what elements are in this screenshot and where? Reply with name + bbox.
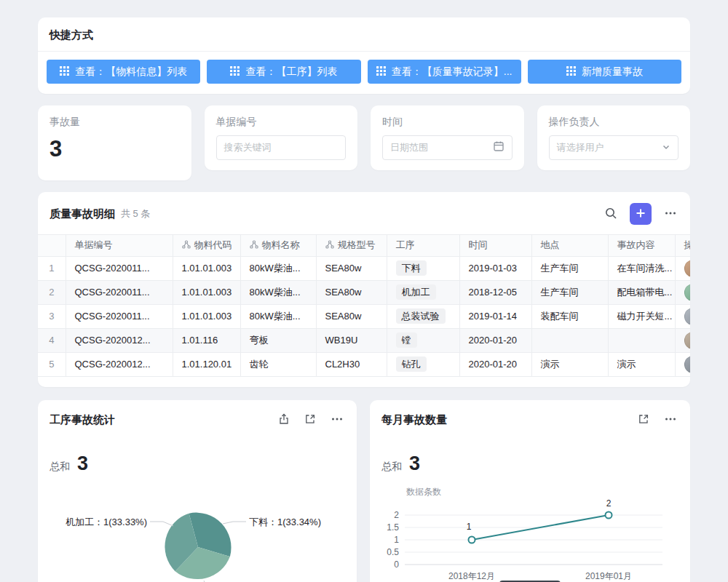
shortcut-button-label: 新增质量事故: [582, 65, 643, 79]
table-row[interactable]: 3 QCSG-2020011... 1.01.01.003 80kW柴油... …: [38, 304, 690, 328]
cell-spec: SEA80w: [316, 280, 387, 304]
shortcut-view-accident-records-button[interactable]: 查看：【质量事故记录】...: [368, 60, 521, 84]
cell-place: [531, 328, 608, 352]
shortcut-new-accident-button[interactable]: 新增质量事故: [528, 60, 681, 84]
pie-leader-line: [150, 522, 173, 526]
more-icon: [331, 412, 344, 428]
cell-owner: [675, 328, 690, 352]
x-tick: 2019年01月: [585, 571, 632, 581]
avatar: [684, 284, 691, 301]
process-tag: 镗: [396, 332, 417, 348]
cell-process: 钻孔: [387, 352, 459, 376]
cell-time: 2020-01-20: [459, 352, 531, 376]
row-index: 4: [38, 328, 66, 352]
process-tag: 机加工: [396, 284, 436, 300]
monthly-line-chart: 数据条数 2 1.5 1 0.5 0 1 2 2018年12月 2019年01月: [370, 486, 690, 582]
pie-card-actions: [277, 411, 345, 429]
accident-table: 单据编号 物料代码 物料名称 规格型号 工序 时间 地点 事故内容 操作负责人 …: [38, 235, 690, 377]
col-place: 地点: [531, 235, 608, 256]
y-tick: 2: [394, 510, 399, 520]
accident-count-card: 事故量 3: [38, 105, 191, 180]
more-button[interactable]: [662, 411, 678, 429]
cell-doc: QCSG-2020011...: [66, 280, 173, 304]
expand-button[interactable]: [636, 412, 651, 428]
x-tick: 2018年12月: [448, 571, 495, 581]
shortcut-button-label: 查看：【工序】列表: [245, 65, 337, 79]
cell-place: 生产车间: [531, 256, 608, 280]
data-point[interactable]: [469, 536, 475, 543]
doc-number-search-input[interactable]: 搜索关键词: [216, 135, 347, 160]
cell-process: 机加工: [387, 280, 459, 304]
date-range-input[interactable]: 日期范围: [382, 135, 513, 160]
pie-total: 总和 3: [50, 453, 345, 475]
cell-name: 80kW柴油...: [240, 280, 316, 304]
cell-content: 配电箱带电...: [608, 280, 675, 304]
table-row[interactable]: 2 QCSG-2020011... 1.01.01.003 80kW柴油... …: [38, 280, 690, 304]
process-statistics-card: 工序事故统计 总和 3 机加工：1(3: [38, 400, 357, 582]
pie-leader-line: [223, 522, 246, 524]
table-row[interactable]: 5 QCSG-2020012... 1.01.120.01 齿轮 CL2H30 …: [38, 352, 690, 376]
cell-spec: SEA80w: [316, 256, 387, 280]
row-index: 1: [38, 256, 66, 280]
grid-icon: [60, 66, 69, 78]
total-value: 3: [77, 453, 88, 475]
cell-doc: QCSG-2020012...: [66, 328, 173, 352]
user-select[interactable]: 请选择用户: [549, 135, 679, 160]
line-chart-title: 每月事故数量: [381, 413, 447, 427]
line-card-header: 每月事故数量: [381, 411, 678, 429]
line-total: 总和 3: [381, 453, 678, 475]
point-label: 1: [467, 522, 472, 532]
expand-button[interactable]: [303, 412, 317, 428]
y-tick: 1.5: [387, 522, 399, 533]
process-tag: 总装试验: [396, 308, 446, 324]
shortcut-button-label: 查看：【物料信息】列表: [75, 65, 187, 79]
table-row-count: 共 5 条: [121, 207, 150, 220]
series-label: 数据条数: [406, 487, 441, 497]
table-header-row: 单据编号 物料代码 物料名称 规格型号 工序 时间 地点 事故内容 操作负责人: [38, 235, 690, 256]
col-material-code: 物料代码: [173, 235, 240, 256]
shortcut-view-material-list-button[interactable]: 查看：【物料信息】列表: [47, 60, 200, 84]
cell-doc: QCSG-2020012...: [66, 352, 173, 376]
shortcuts-card: 快捷方式 查看：【物料信息】列表 查看：【工序】列表 查看：【质量事故记录】..…: [38, 17, 690, 94]
y-tick: 0.5: [387, 547, 399, 557]
cell-spec: SEA80w: [316, 304, 387, 328]
relation-icon: [250, 240, 258, 251]
add-record-button[interactable]: [630, 203, 652, 225]
table-row[interactable]: 4 QCSG-2020012... 1.01.116 弯板 WB19U 镗 20…: [38, 328, 690, 352]
row-index: 3: [38, 304, 66, 328]
col-doc-number: 单据编号: [66, 235, 173, 256]
cell-process: 下料: [387, 256, 459, 280]
cell-time: 2019-01-14: [459, 304, 531, 328]
cell-process: 总装试验: [387, 304, 459, 328]
shortcut-view-process-list-button[interactable]: 查看：【工序】列表: [207, 60, 360, 84]
doc-number-filter-card: 单据编号 搜索关键词: [205, 105, 358, 170]
operator-filter-card: 操作负责人 请选择用户: [537, 105, 691, 170]
cell-name: 弯板: [240, 328, 316, 352]
total-label: 总和: [50, 461, 70, 474]
calendar-icon: [493, 140, 505, 155]
doc-number-label: 单据编号: [216, 116, 347, 129]
table-header-bar: 质量事故明细 共 5 条: [38, 192, 690, 234]
more-button[interactable]: [662, 205, 678, 223]
cell-code: 1.01.116: [173, 328, 240, 352]
search-button[interactable]: [603, 205, 619, 223]
cell-spec: CL2H30: [316, 352, 387, 376]
cell-code: 1.01.01.003: [173, 256, 240, 280]
grid-icon: [376, 66, 386, 78]
more-button[interactable]: [329, 411, 345, 429]
cell-owner: [675, 304, 690, 328]
cell-name: 80kW柴油...: [240, 256, 316, 280]
data-point[interactable]: [606, 511, 612, 518]
search-icon: [604, 207, 617, 222]
table-row[interactable]: 1 QCSG-2020011... 1.01.01.003 80kW柴油... …: [38, 256, 690, 280]
col-content: 事故内容: [608, 235, 675, 256]
col-index: [38, 235, 66, 256]
export-button[interactable]: [277, 412, 291, 428]
col-spec-model: 规格型号: [316, 235, 387, 256]
process-pie-chart: 机加工：1(33.33%) 下料：1(33.34%) 总装试验：1(33.33%…: [38, 487, 357, 582]
cell-content: [608, 328, 675, 352]
cell-content: 在车间清洗...: [608, 256, 675, 280]
cell-doc: QCSG-2020011...: [66, 304, 173, 328]
cell-spec: WB19U: [316, 328, 387, 352]
expand-icon: [304, 413, 316, 427]
